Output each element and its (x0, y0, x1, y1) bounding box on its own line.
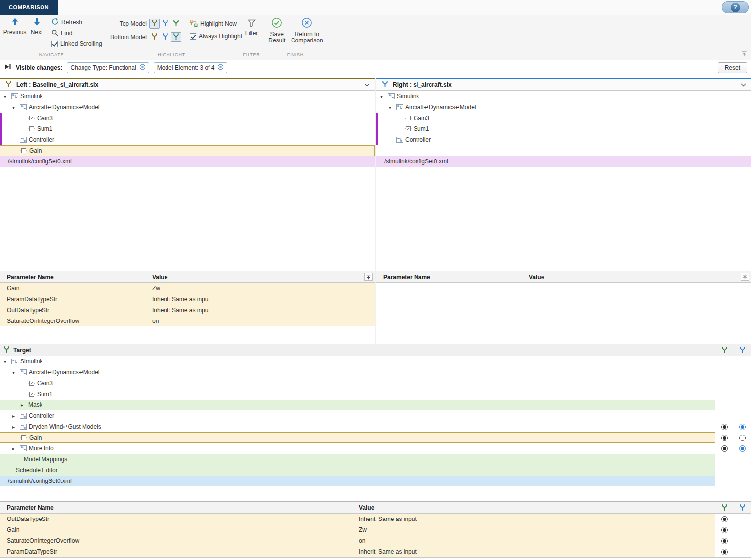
model-icon (11, 93, 20, 99)
tree-item[interactable]: ▾Simulink (0, 91, 375, 102)
target-parameters-header: Parameter Name Value (0, 502, 751, 514)
reset-button[interactable]: Reset (718, 62, 747, 73)
tree-item[interactable]: Gain3 (376, 113, 751, 123)
tree-expand-arrow[interactable]: ▸ (12, 424, 20, 430)
tree-item[interactable]: Sum1 (0, 123, 375, 134)
tree-item[interactable]: Controller (0, 134, 375, 145)
merge-choice-radio[interactable] (721, 516, 728, 522)
filter-chip-model-element[interactable]: Model Element: 3 of 4 (154, 62, 228, 73)
filter-button[interactable]: Filter (242, 17, 261, 52)
always-highlight-option[interactable]: Always Highlight (190, 32, 242, 40)
merge-choice-radio[interactable] (721, 445, 728, 452)
merge-choice-radio[interactable] (739, 435, 746, 441)
target-tree-item[interactable]: ▸More Info (0, 443, 751, 454)
tree-expand-arrow[interactable]: ▾ (4, 94, 11, 99)
target-tree-item[interactable]: Sum1 (0, 389, 751, 400)
filter-chip-change-type[interactable]: Change Type: Functional (67, 62, 149, 73)
previous-button[interactable]: Previous (3, 15, 27, 52)
right-pane-header[interactable]: Right : sl_aircraft.slx (376, 78, 751, 91)
merge-blue-icon (162, 33, 169, 41)
parameter-row[interactable]: GainZw (0, 524, 751, 535)
tree-item[interactable]: Gain3 (0, 113, 375, 123)
linked-scrolling-option[interactable]: Linked Scrolling (51, 40, 102, 48)
parameter-row[interactable]: ParamDataTypeStrInherit: Same as input (0, 546, 751, 557)
remove-filter-icon[interactable] (139, 64, 146, 72)
parameter-row[interactable]: ParamDataTypeStrInherit: Same as input (0, 294, 375, 305)
collapse-parameters-button[interactable] (738, 273, 751, 281)
filter-icon (248, 19, 256, 29)
target-tree-item[interactable]: /simulink/configSet0.xml (0, 476, 751, 486)
tab-bar: COMPARISON ? (0, 0, 751, 15)
tree-expand-arrow[interactable]: ▸ (12, 413, 20, 419)
target-choice-cell (715, 465, 733, 476)
merge-green-tool-button[interactable] (171, 32, 181, 42)
tree-item[interactable]: ▾Simulink (376, 91, 751, 102)
left-merge-icon (5, 80, 12, 89)
target-tree-item[interactable]: ▸Dryden Wind↵Gust Models (0, 421, 751, 432)
merge-blue-tool-button[interactable] (160, 32, 170, 42)
collapse-parameters-button[interactable] (362, 273, 375, 281)
highlight-now-button[interactable]: Highlight Now (190, 20, 242, 28)
parameter-row[interactable]: SaturateOnIntegerOverflowon (0, 535, 751, 546)
param-name-column-header: Parameter Name (0, 274, 145, 280)
target-tree-item[interactable]: Model Mappings (0, 454, 751, 465)
merge-green-tool-button[interactable] (171, 19, 181, 29)
merge-choice-radio[interactable] (739, 445, 746, 452)
refresh-button[interactable]: Refresh (51, 18, 102, 26)
merge-blue-tool-button[interactable] (160, 19, 170, 29)
merge-choice-radio[interactable] (721, 549, 728, 555)
help-button[interactable]: ? (722, 1, 749, 13)
merge-choice-radio[interactable] (721, 435, 728, 441)
tree-expand-arrow[interactable]: ▾ (12, 370, 20, 375)
tree-item[interactable]: /simulink/configSet0.xml (0, 156, 375, 167)
find-button[interactable]: Find (51, 29, 102, 37)
target-tree-item[interactable]: ▸Mask (0, 400, 751, 410)
chevron-down-icon[interactable] (741, 81, 746, 88)
tree-item[interactable]: Controller (376, 134, 751, 145)
tree-item[interactable]: Gain (0, 145, 375, 156)
merge-choice-radio[interactable] (721, 527, 728, 533)
merge-choice-radio[interactable] (721, 424, 728, 430)
tree-item[interactable]: Sum1 (376, 123, 751, 134)
tree-item-label: Simulink (20, 93, 42, 100)
tree-expand-arrow[interactable]: ▾ (389, 105, 396, 110)
minimize-ribbon-button[interactable] (741, 51, 747, 58)
parameter-row[interactable]: OutDataTypeStrInherit: Same as input (0, 305, 375, 316)
target-tree-item[interactable]: ▾Aircraft↵Dynamics↵Model (0, 367, 751, 378)
return-to-comparison-button[interactable]: Return to Comparison (290, 15, 325, 52)
tab-comparison[interactable]: COMPARISON (0, 0, 58, 15)
merge-choice-radio[interactable] (721, 538, 728, 544)
tree-expand-arrow[interactable]: ▸ (21, 402, 28, 408)
left-pane-header[interactable]: Left : Baseline_sl_aircraft.slx (0, 78, 375, 91)
target-tree-item[interactable]: ▾Simulink (0, 356, 751, 367)
merge-olive-tool-button[interactable] (149, 32, 160, 42)
chevron-down-icon[interactable] (364, 81, 370, 88)
tree-expand-arrow[interactable]: ▾ (380, 94, 388, 99)
changed-section-marker (0, 134, 2, 145)
parameter-name: Gain (0, 285, 145, 292)
model-icon (20, 104, 29, 110)
tree-item[interactable]: ▾Aircraft↵Dynamics↵Model (376, 102, 751, 113)
parameter-row[interactable]: OutDataTypeStrInherit: Same as input (0, 514, 751, 524)
tree-expand-arrow[interactable]: ▸ (12, 446, 20, 451)
tree-expand-arrow[interactable]: ▾ (12, 105, 20, 110)
tree-item[interactable]: ▾Aircraft↵Dynamics↵Model (0, 102, 375, 113)
parameter-row[interactable]: SaturateOnIntegerOverflowon (0, 316, 375, 326)
parameter-row[interactable]: GainZw (0, 283, 375, 294)
target-tree-item[interactable]: ▸Controller (0, 410, 751, 421)
linked-scrolling-checkbox[interactable] (51, 41, 58, 47)
always-highlight-checkbox[interactable] (190, 33, 196, 40)
next-button[interactable]: Next (28, 15, 45, 52)
merge-choice-radio[interactable] (739, 424, 746, 430)
save-result-button[interactable]: Save Result (266, 15, 288, 52)
tree-expand-arrow[interactable]: ▾ (4, 359, 11, 364)
target-choice-cell (715, 367, 733, 378)
target-tree-item[interactable]: Gain (0, 432, 751, 443)
finish-section-label: FINISH (263, 52, 328, 60)
merge-olive-tool-button[interactable] (149, 19, 160, 29)
right-pane-title: Right : sl_aircraft.slx (393, 81, 452, 88)
remove-filter-icon[interactable] (217, 64, 224, 72)
tree-item[interactable]: /simulink/configSet0.xml (376, 156, 751, 167)
target-tree-item[interactable]: Schedule Editor (0, 465, 751, 476)
target-tree-item[interactable]: Gain3 (0, 378, 751, 389)
